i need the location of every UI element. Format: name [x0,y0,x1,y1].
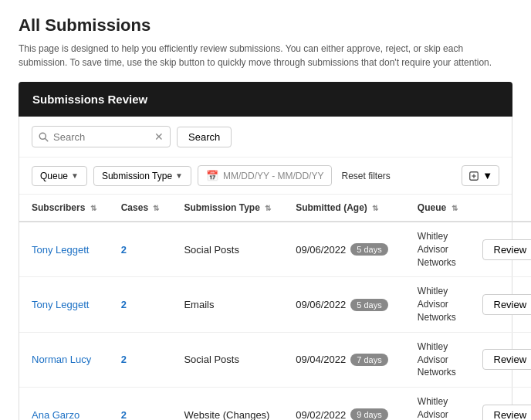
table-row: Tony Leggett 2 Emails 09/06/2022 5 days … [19,277,531,332]
queue-name: Whitley Advisor Networks [418,341,456,378]
subscriber-link[interactable]: Tony Leggett [32,244,89,256]
cases-cell: 2 [109,277,172,332]
age-badge: 7 days [350,354,387,366]
subscriber-link[interactable]: Norman Lucy [32,354,91,365]
submission-type-cell: Website (Changes) [171,388,283,420]
review-button[interactable]: Review [482,405,532,420]
search-input[interactable] [53,131,150,143]
subscriber-cell: Tony Leggett [19,277,109,332]
date-range-picker[interactable]: 📅 MM/DD/YY - MM/DD/YY [198,165,332,186]
cases-cell: 2 [109,332,172,387]
export-icon [468,171,479,181]
col-submission-type[interactable]: Submission Type ⇅ [171,195,283,222]
cases-count: 2 [121,244,127,256]
col-submitted[interactable]: Submitted (Age) ⇅ [283,195,405,222]
submitted-date: 09/06/2022 [296,244,346,256]
queue-name: Whitley Advisor Networks [418,396,456,420]
subscriber-cell: Ana Garzo [19,388,109,420]
cases-count: 2 [121,299,127,310]
search-wrapper: ✕ [32,126,171,147]
review-button[interactable]: Review [482,294,532,315]
queue-cell: Whitley Advisor Networks [405,388,470,420]
submission-type-filter-button[interactable]: Submission Type ▼ [93,166,191,186]
page-title: All Submissions [19,15,512,36]
subscriber-cell: Norman Lucy [19,332,109,387]
submitted-cell: 09/04/2022 7 days [283,332,405,387]
filters-row: Queue ▼ Submission Type ▼ 📅 MM/DD/YY - M… [19,158,512,195]
page-description: This page is designed to help you effici… [19,42,512,69]
queue-name: Whitley Advisor Networks [418,286,456,323]
queue-filter-button[interactable]: Queue ▼ [32,166,87,186]
cases-cell: 2 [109,222,172,277]
subscriber-link[interactable]: Ana Garzo [32,409,79,420]
col-queue[interactable]: Queue ⇅ [405,195,470,222]
col-subscribers[interactable]: Subscribers ⇅ [19,195,109,222]
svg-line-1 [46,138,48,141]
submission-type-cell: Social Posts [171,222,283,277]
search-button[interactable]: Search [177,127,232,147]
action-cell: Review [470,277,532,332]
submission-type-cell: Social Posts [171,332,283,387]
export-chevron-icon: ▼ [482,170,492,181]
search-icon [39,132,49,142]
subscriber-link[interactable]: Tony Leggett [32,299,89,310]
submitted-cell: 09/06/2022 5 days [283,222,405,277]
review-button[interactable]: Review [482,239,532,260]
toolbar: ✕ Search [19,117,512,158]
age-badge: 5 days [350,299,387,311]
subscriber-cell: Tony Leggett [19,222,109,277]
queue-name: Whitley Advisor Networks [418,231,456,268]
age-badge: 5 days [350,243,387,256]
submitted-cell: 09/02/2022 9 days [283,388,405,420]
age-badge: 9 days [350,408,387,420]
action-cell: Review [470,222,532,277]
queue-cell: Whitley Advisor Networks [405,332,470,387]
col-action [470,195,532,222]
submission-type-cell: Emails [171,277,283,332]
chevron-down-icon: ▼ [175,171,183,180]
queue-cell: Whitley Advisor Networks [405,222,470,277]
table-header-row: Subscribers ⇅ Cases ⇅ Submission Type ⇅ … [19,195,531,222]
review-button[interactable]: Review [482,349,532,370]
cases-count: 2 [121,409,127,420]
chevron-down-icon: ▼ [71,171,79,180]
action-cell: Review [470,332,532,387]
section-header: Submissions Review [19,82,512,117]
reset-filters-button[interactable]: Reset filters [341,171,390,181]
export-button[interactable]: ▼ [462,165,499,186]
submitted-date: 09/02/2022 [296,409,346,420]
cases-count: 2 [121,354,127,365]
submitted-date: 09/04/2022 [296,354,346,365]
calendar-icon: 📅 [206,170,218,181]
col-cases[interactable]: Cases ⇅ [109,195,172,222]
submissions-table: Subscribers ⇅ Cases ⇅ Submission Type ⇅ … [19,195,531,420]
table-row: Ana Garzo 2 Website (Changes) 09/02/2022… [19,388,531,420]
table-row: Tony Leggett 2 Social Posts 09/06/2022 5… [19,222,531,277]
submitted-date: 09/06/2022 [296,299,346,310]
cases-cell: 2 [109,388,172,420]
action-cell: Review [470,388,532,420]
table-row: Norman Lucy 2 Social Posts 09/04/2022 7 … [19,332,531,387]
submitted-cell: 09/06/2022 5 days [283,277,405,332]
queue-cell: Whitley Advisor Networks [405,277,470,332]
clear-icon[interactable]: ✕ [154,130,164,143]
